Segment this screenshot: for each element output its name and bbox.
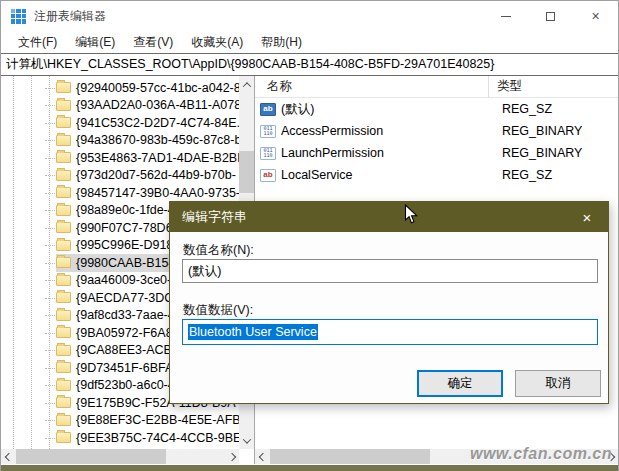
tree-key-item[interactable]: {9E88EF3C-E2BB-4E5E-AFB (1, 412, 239, 430)
chevron-up-icon (242, 82, 250, 90)
tree-key-item[interactable]: {973d20d7-562d-44b9-b70b- (1, 167, 239, 185)
tree-key-label: {953E4863-7AD1-4DAE-B2BD (76, 151, 239, 165)
tree-key-label: {92940059-57cc-41bc-a042-8 (76, 81, 239, 95)
value-type: REG_BINARY (494, 146, 618, 160)
tree-key-label: {9E88EF3C-E2BB-4E5E-AFB (76, 413, 239, 427)
folder-icon (56, 257, 71, 268)
value-name-label: 数值名称(N): (183, 242, 254, 259)
dialog-title-bar[interactable]: 编辑字符串 × (170, 202, 608, 232)
dialog-close-button[interactable]: × (566, 202, 608, 232)
folder-icon (56, 205, 71, 216)
value-type: REG_SZ (494, 168, 618, 182)
window-title: 注册表编辑器 (34, 8, 483, 25)
tree-key-item[interactable]: {92940059-57cc-41bc-a042-8 (1, 79, 239, 97)
scrollbar-thumb[interactable] (16, 449, 166, 464)
folder-icon (56, 222, 71, 233)
scrollbar-thumb[interactable] (239, 151, 254, 193)
tree-key-label: {941C53C2-D2D7-4C74-84E. (76, 116, 239, 130)
folder-icon (56, 187, 71, 198)
folder-icon (56, 380, 71, 391)
chevron-left-icon (258, 452, 266, 460)
value-type: REG_BINARY (494, 124, 618, 138)
tree-key-item[interactable]: {94a38670-983b-459c-87c8-b (1, 132, 239, 150)
folder-icon (56, 275, 71, 286)
scroll-right-button[interactable] (224, 449, 239, 464)
tree-key-label: {973d20d7-562d-44b9-b70b- (76, 168, 236, 182)
folder-icon (56, 100, 71, 111)
registry-value-row[interactable]: (默认) REG_SZ (255, 98, 618, 120)
chevron-left-icon (4, 452, 12, 460)
values-header: 名称 类型 (255, 76, 618, 98)
folder-icon (56, 117, 71, 128)
value-type-icon (260, 103, 276, 116)
registry-editor-window: 注册表编辑器 × 文件(F)编辑(E)查看(V)收藏夹(A)帮助(H) (0, 0, 619, 471)
minimize-button[interactable] (483, 1, 528, 31)
folder-icon (56, 152, 71, 163)
folder-icon (56, 327, 71, 338)
regedit-app-icon (11, 9, 26, 24)
value-name: AccessPermission (281, 124, 494, 138)
dialog-body: 数值名称(N): (默认) 数值数据(V): Bluetooth User Se… (170, 232, 608, 405)
registry-value-row[interactable]: LocalService REG_SZ (255, 164, 618, 186)
chevron-down-icon (242, 435, 250, 443)
tree-key-item[interactable]: {953E4863-7AD1-4DAE-B2BD (1, 149, 239, 167)
tree-key-label: {93AAD2A0-036A-4B11-A078- (76, 98, 239, 112)
cancel-button[interactable]: 取消 (515, 370, 601, 397)
tree-key-item[interactable]: {93AAD2A0-036A-4B11-A078- (1, 97, 239, 115)
folder-icon (56, 170, 71, 181)
selected-text: Bluetooth User Service (188, 324, 318, 340)
tree-key-label: {98457147-39B0-4AA0-9735- (76, 186, 239, 200)
address-bar-input[interactable] (1, 53, 619, 76)
scroll-up-button[interactable] (239, 76, 254, 93)
menu-item[interactable]: 帮助(H) (252, 31, 311, 54)
edit-string-dialog: 编辑字符串 × 数值名称(N): (默认) 数值数据(V): Bluetooth… (169, 201, 609, 404)
value-name: (默认) (281, 101, 494, 118)
folder-icon (56, 362, 71, 373)
maximize-button[interactable] (528, 1, 573, 31)
column-header-name[interactable]: 名称 (255, 76, 489, 97)
column-header-type[interactable]: 类型 (489, 76, 618, 97)
folder-icon (56, 432, 71, 443)
tree-key-item[interactable]: {941C53C2-D2D7-4C74-84E. (1, 114, 239, 132)
maximize-icon (546, 12, 555, 21)
tree-key-item[interactable]: {9EE3B75C-74C4-4CCB-9BE (1, 429, 239, 447)
folder-icon (56, 82, 71, 93)
value-type-icon (260, 169, 276, 182)
ok-button[interactable]: 确定 (417, 370, 503, 397)
scrollbar-thumb[interactable] (270, 449, 430, 464)
scroll-left-button[interactable] (1, 449, 16, 464)
folder-icon (56, 240, 71, 251)
value-data-field[interactable]: Bluetooth User Service (182, 319, 598, 345)
tree-key-label: {94a38670-983b-459c-87c8-b (76, 133, 239, 147)
menu-item[interactable]: 收藏夹(A) (182, 31, 252, 54)
tree-horizontal-scrollbar[interactable] (1, 449, 239, 464)
folder-icon (56, 292, 71, 303)
registry-value-row[interactable]: LaunchPermission REG_BINARY (255, 142, 618, 164)
title-bar: 注册表编辑器 × (1, 1, 618, 31)
scroll-down-button[interactable] (239, 432, 254, 449)
menu-item[interactable]: 查看(V) (124, 31, 182, 54)
folder-icon (56, 135, 71, 146)
close-icon: × (583, 209, 592, 226)
chevron-right-icon (227, 452, 235, 460)
watermark: www.cfan.com.cn (470, 445, 612, 463)
menu-bar: 文件(F)编辑(E)查看(V)收藏夹(A)帮助(H) (1, 31, 618, 53)
menu-item[interactable]: 文件(F) (9, 31, 66, 54)
folder-icon (56, 345, 71, 356)
minimize-icon (501, 16, 511, 17)
close-button[interactable]: × (573, 1, 618, 31)
value-type-icon (260, 147, 276, 160)
registry-value-row[interactable]: AccessPermission REG_BINARY (255, 120, 618, 142)
value-name: LocalService (281, 168, 494, 182)
value-type: REG_SZ (494, 102, 618, 116)
scroll-left-button[interactable] (255, 449, 270, 464)
tree-key-item[interactable]: {98457147-39B0-4AA0-9735- (1, 184, 239, 202)
close-icon: × (591, 9, 599, 23)
dialog-title: 编辑字符串 (182, 208, 566, 226)
value-type-icon (260, 125, 276, 138)
folder-icon (56, 397, 71, 408)
menu-item[interactable]: 编辑(E) (66, 31, 124, 54)
window-bottom-border (1, 465, 619, 471)
value-name-field[interactable]: (默认) (182, 259, 598, 283)
value-data-label: 数值数据(V): (183, 302, 253, 319)
